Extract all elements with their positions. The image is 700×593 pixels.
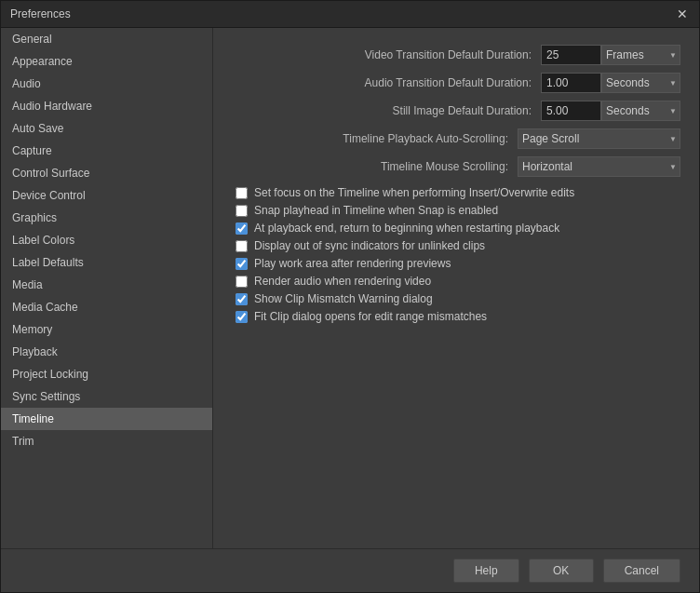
checkbox-label-fit-clip-dialog: Fit Clip dialog opens for edit range mis… [254, 310, 487, 323]
checkbox-row-play-work-area: Play work area after rendering previews [236, 257, 680, 270]
help-button[interactable]: Help [453, 559, 519, 583]
sidebar-item-control-surface[interactable]: Control Surface [1, 162, 212, 184]
checkbox-row-display-out-of-sync: Display out of sync indicators for unlin… [236, 239, 680, 252]
sidebar-item-capture[interactable]: Capture [1, 140, 212, 162]
checkbox-show-clip-mismatch[interactable] [236, 293, 248, 305]
select-audio-transition[interactable]: FramesSeconds [601, 73, 680, 93]
sidebar-item-media-cache[interactable]: Media Cache [1, 296, 212, 318]
select-video-transition[interactable]: FramesSeconds [601, 45, 680, 65]
checkboxes-section: Set focus on the Timeline when performin… [232, 186, 680, 323]
form-row-audio-transition: Audio Transition Default Duration:Frames… [232, 73, 680, 93]
sidebar-item-playback[interactable]: Playback [1, 341, 212, 363]
form-row-still-image: Still Image Default Duration:FramesSecon… [232, 101, 680, 121]
checkbox-row-snap-playhead: Snap playhead in Timeline when Snap is e… [236, 204, 680, 217]
sidebar-item-general[interactable]: General [1, 28, 212, 50]
checkbox-label-render-audio: Render audio when rendering video [254, 275, 431, 288]
sidebar-item-audio[interactable]: Audio [1, 73, 212, 95]
checkbox-label-display-out-of-sync: Display out of sync indicators for unlin… [254, 239, 485, 252]
sidebar-item-label-colors[interactable]: Label Colors [1, 229, 212, 251]
checkbox-label-snap-playhead: Snap playhead in Timeline when Snap is e… [254, 204, 498, 217]
cancel-button[interactable]: Cancel [603, 559, 680, 583]
label-still-image: Still Image Default Duration: [393, 104, 532, 117]
form-row-video-transition: Video Transition Default Duration:Frames… [232, 45, 680, 65]
title-bar: Preferences ✕ [1, 1, 699, 28]
label-video-transition: Video Transition Default Duration: [365, 48, 532, 61]
sidebar-item-appearance[interactable]: Appearance [1, 50, 212, 73]
checkbox-row-at-playback-end: At playback end, return to beginning whe… [236, 222, 680, 235]
sidebar-item-auto-save[interactable]: Auto Save [1, 117, 212, 140]
input-video-transition[interactable] [541, 45, 601, 65]
label-audio-transition: Audio Transition Default Duration: [365, 76, 532, 89]
checkbox-label-play-work-area: Play work area after rendering previews [254, 257, 451, 270]
input-still-image[interactable] [541, 101, 601, 121]
select-timeline-mouse[interactable]: HorizontalVertical [518, 156, 680, 177]
sidebar-item-trim[interactable]: Trim [1, 430, 212, 452]
dialog-title: Preferences [10, 7, 71, 20]
main-content: GeneralAppearanceAudioAudio HardwareAuto… [1, 28, 699, 548]
form-row-timeline-playback: Timeline Playback Auto-Scrolling:No Scro… [232, 128, 680, 149]
content-area: Video Transition Default Duration:Frames… [213, 28, 699, 548]
checkbox-set-focus[interactable] [236, 187, 248, 199]
close-button[interactable]: ✕ [675, 7, 690, 21]
checkbox-snap-playhead[interactable] [236, 205, 248, 217]
preferences-dialog: Preferences ✕ GeneralAppearanceAudioAudi… [0, 0, 700, 593]
sidebar-item-media[interactable]: Media [1, 274, 212, 296]
checkbox-label-show-clip-mismatch: Show Clip Mismatch Warning dialog [254, 292, 433, 305]
sidebar-item-graphics[interactable]: Graphics [1, 207, 212, 229]
label-timeline-playback: Timeline Playback Auto-Scrolling: [343, 132, 508, 145]
footer: Help OK Cancel [1, 548, 699, 592]
sidebar-item-audio-hardware[interactable]: Audio Hardware [1, 95, 212, 117]
ok-button[interactable]: OK [529, 559, 594, 583]
sidebar-item-memory[interactable]: Memory [1, 318, 212, 341]
select-timeline-playback[interactable]: No ScrollPage ScrollSmooth Scroll [518, 128, 680, 149]
checkbox-label-at-playback-end: At playback end, return to beginning whe… [254, 222, 559, 235]
checkbox-at-playback-end[interactable] [236, 222, 248, 235]
checkbox-row-fit-clip-dialog: Fit Clip dialog opens for edit range mis… [236, 310, 680, 323]
footer-right-buttons: OK Cancel [529, 559, 680, 583]
sidebar-item-project-locking[interactable]: Project Locking [1, 363, 212, 385]
checkbox-render-audio[interactable] [236, 276, 248, 288]
checkbox-play-work-area[interactable] [236, 258, 248, 270]
checkbox-fit-clip-dialog[interactable] [236, 311, 248, 323]
checkbox-row-show-clip-mismatch: Show Clip Mismatch Warning dialog [236, 292, 680, 305]
checkbox-row-render-audio: Render audio when rendering video [236, 275, 680, 288]
sidebar: GeneralAppearanceAudioAudio HardwareAuto… [1, 28, 213, 548]
sidebar-item-sync-settings[interactable]: Sync Settings [1, 385, 212, 408]
checkbox-display-out-of-sync[interactable] [236, 240, 248, 252]
select-still-image[interactable]: FramesSeconds [601, 101, 680, 121]
label-timeline-mouse: Timeline Mouse Scrolling: [381, 160, 508, 173]
checkbox-label-set-focus: Set focus on the Timeline when performin… [254, 186, 574, 199]
input-audio-transition[interactable] [541, 73, 601, 93]
sidebar-item-label-defaults[interactable]: Label Defaults [1, 251, 212, 274]
sidebar-item-timeline[interactable]: Timeline [1, 408, 212, 430]
sidebar-item-device-control[interactable]: Device Control [1, 184, 212, 207]
checkbox-row-set-focus: Set focus on the Timeline when performin… [236, 186, 680, 199]
form-row-timeline-mouse: Timeline Mouse Scrolling:HorizontalVerti… [232, 156, 680, 177]
